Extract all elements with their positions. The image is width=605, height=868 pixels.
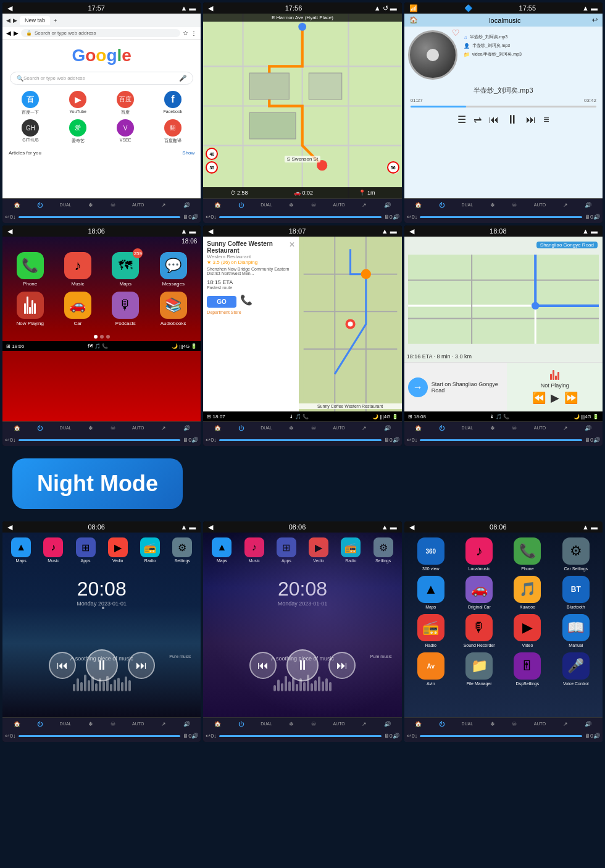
auto-label-2[interactable]: AUTO xyxy=(333,203,344,207)
bookmark-iqiyi[interactable]: 爱 爱奇艺 xyxy=(56,119,100,144)
bookmark-baidu2[interactable]: 百度 百度 xyxy=(104,91,148,116)
nav-icon-6[interactable]: ↗ xyxy=(563,425,568,431)
app-video[interactable]: ▶ Video xyxy=(506,614,549,647)
slider-bar-n1[interactable] xyxy=(19,735,181,737)
app-kuwooo[interactable]: 🎵 Kuwooo xyxy=(506,576,549,609)
dual-label-6[interactable]: DUAL xyxy=(461,426,473,430)
nav-icon-n2[interactable]: ↗ xyxy=(362,721,367,727)
pause-icon[interactable]: ⏸ xyxy=(506,112,519,127)
power-icon-n3[interactable]: ⏻ xyxy=(439,721,444,727)
back-icon-bar-n3[interactable]: ↩ xyxy=(407,733,412,739)
carplay-app-music[interactable]: ♪ Music xyxy=(56,252,99,287)
dual-label-n1[interactable]: DUAL xyxy=(60,722,72,726)
next-icon[interactable]: ⏭ xyxy=(526,114,536,125)
ac-icon-n2[interactable]: ❄ xyxy=(289,721,294,727)
poi-close[interactable]: ✕ xyxy=(289,240,295,249)
fastforward-icon[interactable]: ⏩ xyxy=(564,391,578,405)
back-icon[interactable]: ◀ xyxy=(7,4,12,12)
loop-icon-n2[interactable]: ♾ xyxy=(311,721,316,727)
back-icon-5[interactable]: ◀ xyxy=(208,227,213,235)
screen-icon-n3[interactable]: 🖥 xyxy=(585,733,590,739)
app-bluetooth[interactable]: BT Bluetooth xyxy=(554,576,598,609)
ac-icon-3[interactable]: ❄ xyxy=(490,202,495,208)
vol-icon-4[interactable]: 🔊 xyxy=(183,425,190,431)
back-icon-n3[interactable]: ◀ xyxy=(409,523,414,531)
carplay-app-car[interactable]: 🚗 Car xyxy=(56,292,99,326)
go-button[interactable]: GO xyxy=(207,296,236,308)
carplay-app-messages[interactable]: 💬 Messages xyxy=(152,252,194,287)
screen-icon[interactable]: 🖥 xyxy=(183,214,188,220)
app-dsp-settings[interactable]: 🎚 DspSettings xyxy=(506,652,549,686)
night-app-apps[interactable]: ⊞ Apps xyxy=(76,537,96,563)
nav-icon-4[interactable]: ↗ xyxy=(161,425,166,431)
auto-label[interactable]: AUTO xyxy=(132,203,144,207)
slider-bar-6[interactable] xyxy=(420,439,582,441)
screen-icon-n2[interactable]: 🖥 xyxy=(384,733,390,739)
back-icon-bar-2[interactable]: ↩ xyxy=(206,214,211,220)
down-icon-3[interactable]: ↓ xyxy=(415,214,418,220)
ac-icon-2[interactable]: ❄ xyxy=(289,202,294,208)
night-app-radio-2[interactable]: 📻 Radio xyxy=(341,537,361,563)
grid-icon-6[interactable]: ⊞ 18:08 xyxy=(408,414,426,419)
power-icon-n2[interactable]: ⏻ xyxy=(238,721,244,727)
app-sound-recorder[interactable]: 🎙 Sound Recorder xyxy=(457,614,501,647)
prev-icon[interactable]: ⏮ xyxy=(489,114,499,125)
carplay-app-audiobooks[interactable]: 📚 Audiobooks xyxy=(152,292,194,326)
menu-icon[interactable]: ⋮ xyxy=(191,30,197,36)
loop-icon-5[interactable]: ♾ xyxy=(311,425,316,431)
slider-bar-2[interactable] xyxy=(219,216,382,218)
nav-icon-5[interactable]: ↗ xyxy=(362,425,367,431)
app-voice-control[interactable]: 🎤 Voice Control xyxy=(554,652,598,686)
night-app-vedio[interactable]: ▶ Vedio xyxy=(108,537,128,563)
dual-label-3[interactable]: DUAL xyxy=(461,203,473,207)
home-icon-n3[interactable]: 🏠 xyxy=(415,721,422,727)
browser-tab[interactable]: New tab xyxy=(20,16,50,25)
power-icon-5[interactable]: ⏻ xyxy=(238,425,244,431)
back-icon-2[interactable]: ◀ xyxy=(208,4,213,12)
auto-label-6[interactable]: AUTO xyxy=(534,426,546,430)
vol2-icon-5[interactable]: 🔊 xyxy=(393,437,399,443)
nav-icon-n1[interactable]: ↗ xyxy=(161,721,166,727)
progress-bar[interactable] xyxy=(411,106,596,107)
vol2-icon-4[interactable]: 🔊 xyxy=(191,437,198,443)
dual-label-n3[interactable]: DUAL xyxy=(461,722,473,726)
slider-bar[interactable] xyxy=(19,216,181,218)
carplay-app-phone[interactable]: 📞 Phone xyxy=(9,252,51,287)
bookmark-youtube[interactable]: ▶ YouTube xyxy=(56,91,100,116)
vol-icon-6[interactable]: 🔊 xyxy=(585,425,591,431)
power-icon-3[interactable]: ⏻ xyxy=(439,202,444,208)
slider-bar-n3[interactable] xyxy=(420,735,582,737)
power-icon-4[interactable]: ⏻ xyxy=(37,425,43,431)
vol2-icon-n1[interactable]: 🔊 xyxy=(191,733,198,739)
phone-button[interactable]: 📞 xyxy=(240,294,252,306)
night-app-music[interactable]: ♪ Music xyxy=(43,537,63,563)
back-icon-bar-6[interactable]: ↩ xyxy=(407,437,412,443)
nav-icon-2[interactable]: ↗ xyxy=(362,202,367,208)
home-icon-6[interactable]: 🏠 xyxy=(415,425,422,431)
night-app-settings-2[interactable]: ⚙ Settings xyxy=(373,537,393,563)
equalizer-icon[interactable]: ≡ xyxy=(543,114,549,125)
dual-label[interactable]: DUAL xyxy=(60,203,72,207)
back-icon-bar-4[interactable]: ↩ xyxy=(5,437,10,443)
auto-label-5[interactable]: AUTO xyxy=(333,426,344,430)
bookmark-translate[interactable]: 翻 百度翻译 xyxy=(151,119,194,144)
track-item-3[interactable]: 📁 video/半壶纱_刘珂矣.mp3 xyxy=(464,50,593,59)
shuffle-icon[interactable]: ⇌ xyxy=(474,114,482,125)
app-localmusic[interactable]: ♪ Localmusic xyxy=(457,537,501,571)
carplay-app-nowplaying[interactable]: Now Playing xyxy=(9,292,51,326)
carplay-app-maps[interactable]: 🗺 259 Maps xyxy=(104,252,147,287)
loop-icon-6[interactable]: ♾ xyxy=(512,425,517,431)
vol2-icon-2[interactable]: 🔊 xyxy=(393,214,399,220)
back-icon-bar-n2[interactable]: ↩ xyxy=(206,733,211,739)
screen-icon-4[interactable]: 🖥 xyxy=(183,437,188,443)
slider-bar-3[interactable] xyxy=(420,216,582,218)
down-icon-n3[interactable]: ↓ xyxy=(415,733,418,739)
loop-icon-4[interactable]: ♾ xyxy=(111,425,115,431)
grid-icon[interactable]: ⊞ 18:06 xyxy=(6,343,24,349)
app-avin[interactable]: Av Avin xyxy=(409,652,453,686)
vol2-icon-n3[interactable]: 🔊 xyxy=(593,733,600,739)
home-icon-4[interactable]: 🏠 xyxy=(14,425,20,431)
home-icon-5[interactable]: 🏠 xyxy=(214,425,221,431)
playlist-icon[interactable]: ☰ xyxy=(457,114,466,125)
night-app-radio[interactable]: 📻 Radio xyxy=(140,537,160,563)
